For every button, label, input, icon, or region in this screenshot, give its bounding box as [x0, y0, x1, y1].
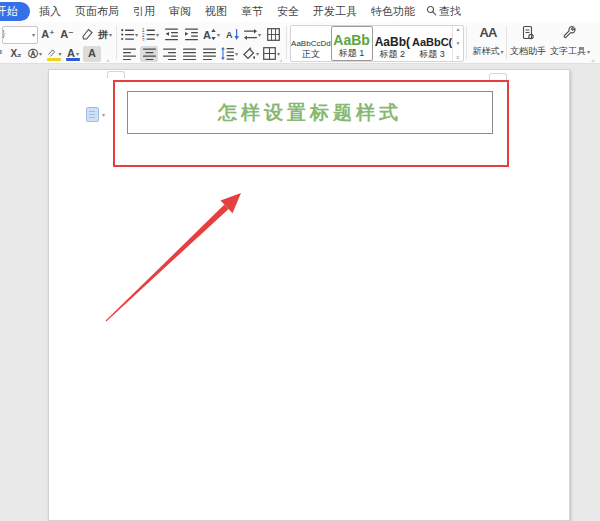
style-preview: AaBb(	[375, 36, 410, 49]
menu-tab-review[interactable]: 审阅	[162, 4, 198, 19]
menu-tab-security[interactable]: 安全	[270, 4, 306, 19]
style-name: 标题 3	[419, 49, 445, 60]
style-item-heading-1[interactable]: AaBb标题 1	[331, 26, 373, 61]
clear-format-button[interactable]	[77, 27, 95, 43]
style-name: 标题 2	[380, 49, 406, 60]
menu-tab-dev-tools[interactable]: 开发工具	[306, 4, 364, 19]
insert-table-button[interactable]	[264, 27, 282, 43]
paragraph-layout-button[interactable]: ▾	[243, 27, 262, 43]
font-color-button[interactable]: A▾	[64, 46, 82, 62]
margin-corner-mark	[489, 73, 507, 80]
shrink-font-button[interactable]: A⁻	[58, 27, 76, 43]
character-shading-button[interactable]: A	[83, 46, 101, 62]
eraser-icon	[80, 27, 93, 42]
menu-tab-home[interactable]: 开始	[0, 2, 30, 21]
paragraph-layout-icon	[244, 28, 257, 41]
menu-tab-references[interactable]: 引用	[126, 4, 162, 19]
line-spacing-icon	[221, 47, 234, 60]
gallery-scroll-up-icon[interactable]: ▲	[456, 27, 461, 33]
ribbon-toolbar: 号 ▾ A⁺ A⁻ 拼▾ X² X₂ Ⓐ▾ ▾ A▾ A ▾ 123▾ A▾ A…	[0, 22, 600, 64]
document-area: 怎样设置标题样式 ▾	[0, 64, 600, 521]
chevron-down-icon: ▾	[587, 48, 590, 55]
group-separator	[466, 26, 467, 59]
group-separator	[116, 26, 117, 59]
grow-font-button[interactable]: A⁺	[39, 27, 57, 43]
styles-gallery-scroll: ▲ ▼ ≡	[452, 26, 463, 61]
chevron-down-icon: ▾	[235, 50, 238, 57]
align-center-button[interactable]	[140, 46, 158, 62]
style-marker-icon[interactable]	[86, 107, 99, 122]
paragraph-dialog-launcher-icon[interactable]: ⌟	[279, 55, 282, 62]
menu-tab-special-features[interactable]: 特色功能	[364, 4, 422, 19]
line-spacing-button[interactable]: ▾	[220, 46, 239, 62]
style-preview: AaBb	[333, 33, 370, 48]
font-dialog-launcher-icon[interactable]: ⌟	[106, 55, 109, 62]
menu-tab-view[interactable]: 视图	[198, 4, 234, 19]
style-item-heading-3[interactable]: AaBbC(标题 3	[412, 26, 452, 61]
distribute-icon	[203, 47, 216, 60]
wps-writer-window: 开始插入页面布局引用审阅视图章节安全开发工具特色功能 查找 号 ▾ A⁺ A⁻ …	[0, 0, 600, 521]
text-tool-button[interactable]: 文字工具▾	[549, 25, 591, 58]
menu-tab-section[interactable]: 章节	[234, 4, 270, 19]
character-scale-button[interactable]: A▾	[202, 27, 221, 43]
font-color-swatch	[66, 58, 80, 61]
align-right-button[interactable]	[160, 46, 178, 62]
character-scale-icon: A	[203, 28, 216, 41]
svg-text:3: 3	[142, 38, 145, 42]
chevron-down-icon: ▾	[156, 31, 159, 38]
justify-icon	[183, 47, 196, 60]
subscript-button[interactable]: X₂	[7, 46, 25, 62]
style-item-heading-2[interactable]: AaBb(标题 2	[373, 26, 413, 61]
chevron-down-icon: ▾	[39, 50, 42, 57]
paint-bucket-icon	[242, 47, 255, 60]
highlight-color-swatch	[47, 58, 61, 61]
search-icon	[426, 5, 437, 18]
bullet-list-button[interactable]: ▾	[120, 27, 139, 43]
title-text-box[interactable]: 怎样设置标题样式	[127, 91, 493, 134]
chevron-down-icon: ▾	[258, 31, 261, 38]
find-control[interactable]: 查找	[426, 4, 461, 19]
table-grid-icon	[267, 28, 280, 41]
increase-indent-button[interactable]	[182, 27, 200, 43]
justify-button[interactable]	[180, 46, 198, 62]
font-size-combo[interactable]: 号 ▾	[2, 26, 38, 44]
find-label: 查找	[439, 4, 461, 19]
enclose-characters-button[interactable]: Ⓐ▾	[26, 46, 44, 62]
svg-text:A: A	[203, 29, 211, 41]
menu-tab-insert[interactable]: 插入	[32, 4, 68, 19]
outdent-icon	[165, 28, 178, 41]
margin-corner-mark	[107, 71, 125, 78]
menu-bar: 开始插入页面布局引用审阅视图章节安全开发工具特色功能 查找	[0, 0, 600, 22]
align-left-icon	[123, 47, 136, 60]
gallery-scroll-down-icon[interactable]: ▼	[456, 41, 461, 47]
style-preview: AaBbCcDd	[291, 40, 331, 48]
sort-button[interactable]: A	[223, 27, 241, 43]
phonetic-guide-button[interactable]: 拼▾	[96, 27, 114, 43]
gallery-more-icon[interactable]: ≡	[457, 55, 460, 61]
highlight-color-button[interactable]: ▾	[45, 46, 63, 62]
numbered-list-button[interactable]: 123▾	[141, 27, 160, 43]
menu-tabs: 开始插入页面布局引用审阅视图章节安全开发工具特色功能	[0, 0, 422, 22]
doc-assistant-button[interactable]: 文档助手	[509, 25, 547, 58]
style-item-body-text[interactable]: AaBbCcDd正文	[291, 26, 331, 61]
wrench-icon	[562, 25, 578, 43]
document-page[interactable]: 怎样设置标题样式 ▾	[48, 69, 570, 521]
font-size-value: 号	[3, 28, 32, 41]
distribute-text-button[interactable]	[200, 46, 218, 62]
chevron-down-icon: ▾	[58, 50, 61, 57]
document-assistant-icon	[520, 25, 536, 43]
shading-button[interactable]: ▾	[241, 46, 260, 62]
menu-tab-page-layout[interactable]: 页面布局	[68, 4, 126, 19]
chevron-down-icon: ▾	[500, 48, 503, 55]
styles-gallery: AaBbCcDd正文AaBb标题 1AaBb(标题 2AaBbC(标题 3 ▲ …	[290, 25, 464, 62]
sort-icon: A	[226, 28, 239, 41]
new-style-button[interactable]: AA 新样式▾	[471, 25, 505, 58]
style-name: 正文	[302, 49, 320, 60]
chevron-down-icon: ▾	[76, 50, 79, 57]
borders-grid-icon	[263, 47, 276, 60]
styles-dialog-launcher-icon[interactable]: ⌟	[591, 55, 594, 62]
align-left-button[interactable]	[120, 46, 138, 62]
superscript-button[interactable]: X²	[0, 46, 6, 62]
style-name: 标题 1	[339, 48, 365, 59]
decrease-indent-button[interactable]	[162, 27, 180, 43]
